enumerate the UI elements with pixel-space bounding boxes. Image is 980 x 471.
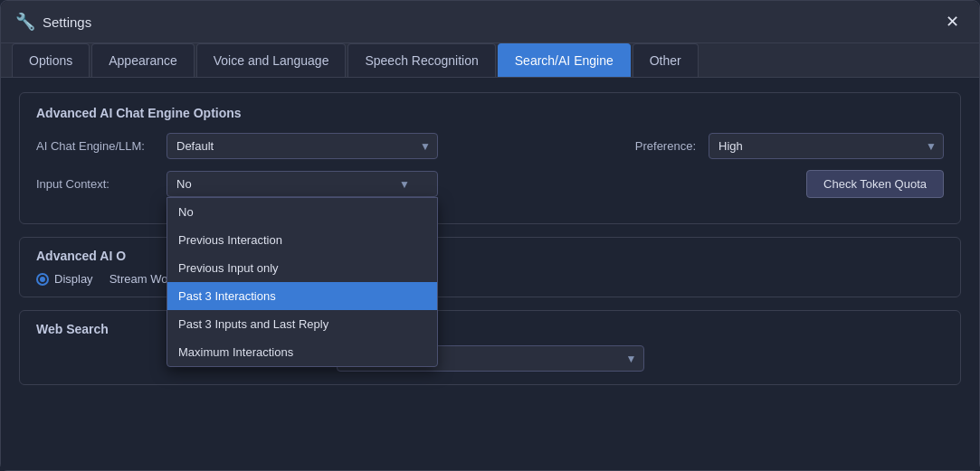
- tab-search-ai-engine[interactable]: Search/AI Engine: [498, 43, 631, 77]
- title-bar: 🔧 Settings ✕: [1, 1, 979, 43]
- engine-row: AI Chat Engine/LLM: Default ▼ Preference…: [36, 133, 944, 159]
- context-selected-value: No: [176, 177, 192, 191]
- context-chevron-icon: ▼: [399, 178, 410, 191]
- close-button[interactable]: ✕: [940, 10, 965, 33]
- tab-appearance[interactable]: Appearance: [91, 43, 195, 77]
- web-search-section: Web Search Bing ▼: [19, 310, 961, 385]
- tab-options[interactable]: Options: [12, 43, 90, 77]
- tab-voice-language[interactable]: Voice and Language: [196, 43, 347, 77]
- main-content: Advanced AI Chat Engine Options AI Chat …: [1, 78, 979, 470]
- context-option-past3-last-reply[interactable]: Past 3 Inputs and Last Reply: [167, 310, 437, 338]
- context-option-previous-interaction[interactable]: Previous Interaction: [167, 226, 437, 254]
- tab-speech-recognition[interactable]: Speech Recognition: [347, 43, 495, 77]
- check-token-group: Check Token Quota: [806, 170, 944, 198]
- ai-chat-engine-section: Advanced AI Chat Engine Options AI Chat …: [19, 92, 961, 224]
- settings-icon: 🔧: [15, 12, 35, 32]
- window-title: Settings: [43, 14, 91, 30]
- context-row: Input Context: No ▼ No Previous Interact…: [36, 170, 944, 198]
- engine-select-wrapper: Default ▼: [167, 133, 438, 159]
- display-radio-dot: [36, 273, 49, 286]
- check-token-button[interactable]: Check Token Quota: [806, 170, 944, 198]
- display-radio-item[interactable]: Display: [36, 272, 93, 286]
- context-dropdown-container: No ▼ No Previous Interaction Previous In…: [167, 171, 438, 197]
- context-option-past3[interactable]: Past 3 Interactions: [167, 282, 437, 310]
- preference-select-wrapper: High ▼: [709, 133, 944, 159]
- engine-label: AI Chat Engine/LLM:: [36, 139, 154, 153]
- context-option-maximum[interactable]: Maximum Interactions: [167, 338, 437, 366]
- context-option-previous-input[interactable]: Previous Input only: [167, 254, 437, 282]
- display-radio-label: Display: [54, 272, 93, 286]
- tabs-bar: Options Appearance Voice and Language Sp…: [1, 43, 979, 78]
- preference-label: Preference:: [635, 139, 696, 153]
- tab-other[interactable]: Other: [633, 43, 699, 77]
- advanced-ai-options-section: Advanced AI O Display Stream Words Strea…: [19, 237, 961, 297]
- engine-select[interactable]: Default: [167, 133, 438, 159]
- context-label: Input Context:: [36, 177, 154, 191]
- preference-group: Preference: High ▼: [635, 133, 944, 159]
- title-bar-left: 🔧 Settings: [15, 12, 91, 32]
- ai-chat-section-title: Advanced AI Chat Engine Options: [36, 106, 944, 120]
- context-dropdown-list: No Previous Interaction Previous Input o…: [167, 197, 438, 367]
- context-option-no[interactable]: No: [167, 198, 437, 226]
- context-dropdown-trigger[interactable]: No ▼: [167, 171, 438, 197]
- preference-select[interactable]: High: [709, 133, 944, 159]
- settings-window: 🔧 Settings ✕ Options Appearance Voice an…: [0, 0, 980, 471]
